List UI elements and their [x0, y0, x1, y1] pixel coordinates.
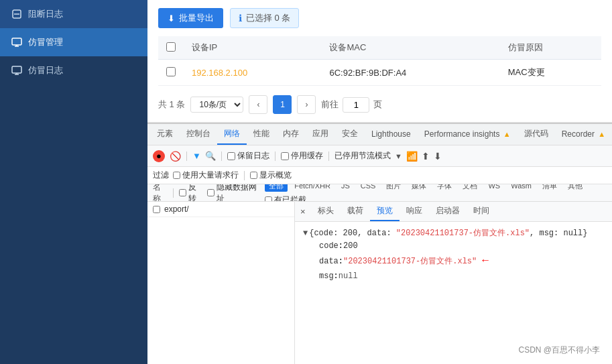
preserve-log-checkbox[interactable] — [227, 152, 235, 160]
per-page-select[interactable]: 10条/页 20条/页 50条/页 — [190, 97, 243, 113]
tab-application[interactable]: 应用 — [306, 124, 335, 145]
row-checkbox[interactable] — [166, 67, 176, 76]
total-count: 共 1 条 — [158, 99, 185, 111]
tab-console[interactable]: 控制台 — [180, 124, 217, 145]
reverse-label[interactable]: 反转 — [179, 184, 203, 202]
tag-img[interactable]: 图片 — [382, 184, 405, 192]
reverse-checkbox[interactable] — [179, 189, 186, 196]
tag-doc[interactable]: 文档 — [458, 184, 481, 192]
disable-cache-checkbox[interactable] — [281, 152, 289, 160]
tab-lighthouse[interactable]: Lighthouse — [365, 125, 418, 144]
blocked-checkbox[interactable] — [265, 196, 272, 202]
sep-name — [173, 188, 174, 198]
recorder-warning-icon: ▲ — [598, 130, 605, 138]
hide-data-url-label[interactable]: 隐藏数据网址 — [207, 184, 261, 202]
disable-cache-checkbox-label[interactable]: 停用缓存 — [281, 150, 323, 162]
filter-bar: 过滤 使用大量请求行 显示概览 — [147, 167, 612, 184]
throttle-label: 已停用节流模式 — [334, 150, 391, 162]
record-stop-button[interactable]: ● — [153, 150, 165, 162]
prev-page-button[interactable]: ‹ — [249, 95, 267, 114]
device-mac-cell: 6C:92:BF:9B:DF:A4 — [321, 60, 499, 86]
sidebar-item-spoof-log[interactable]: 仿冒日志 — [0, 56, 147, 84]
tag-media[interactable]: 媒体 — [408, 184, 430, 192]
resp-tab-preview[interactable]: 预览 — [370, 202, 400, 221]
request-list: export/ — [147, 202, 295, 364]
filter-sep — [244, 171, 245, 180]
sidebar-item-block-log[interactable]: 阻断日志 — [0, 0, 147, 28]
overview-checkbox[interactable] — [250, 172, 257, 179]
filter-icon[interactable]: ▼ — [192, 151, 201, 161]
tag-css[interactable]: CSS — [357, 184, 380, 190]
tag-other[interactable]: 其他 — [564, 184, 587, 192]
tag-ws[interactable]: WS — [484, 184, 504, 190]
red-arrow-icon: ← — [482, 253, 489, 270]
blocked-text: 有已拦截 — [274, 194, 306, 202]
sidebar-item-spoof-mgmt[interactable]: 仿冒管理 — [0, 28, 147, 56]
svg-rect-2 — [12, 38, 21, 45]
device-ip-link[interactable]: 192.168.2.100 — [192, 68, 247, 78]
tab-recorder[interactable]: Recorder ▲ — [555, 125, 612, 144]
tab-perf-insights[interactable]: Performance insights ▲ — [418, 125, 517, 144]
tag-font[interactable]: 字体 — [433, 184, 456, 192]
goto-label: 前往 — [321, 99, 339, 111]
resp-tab-timing[interactable]: 时间 — [467, 202, 496, 221]
clear-button[interactable]: 🚫 — [169, 150, 181, 162]
warning-icon: ▲ — [503, 130, 511, 138]
overview-text: 显示概览 — [259, 170, 292, 181]
blocked-label[interactable]: 有已拦截 — [265, 194, 306, 202]
watermark: CSDN @百思不得小李 — [515, 343, 603, 357]
tab-security[interactable]: 安全 — [335, 124, 365, 145]
expand-icon[interactable]: ▼ — [303, 227, 308, 240]
json-line-msg: msg : null — [303, 270, 604, 283]
tab-sources[interactable]: 源代码 — [517, 124, 555, 145]
devtools-body: export/ × 标头 载荷 预览 响应 启动器 时间 — [147, 202, 612, 364]
sidebar-item-block-log-label: 阻断日志 — [28, 8, 63, 20]
filter-label: 过滤 — [153, 170, 169, 181]
row-checkbox-cell — [158, 60, 184, 86]
th-checkbox — [158, 36, 184, 60]
info-icon: ℹ — [239, 13, 242, 23]
next-page-button[interactable]: › — [297, 95, 316, 114]
tab-network[interactable]: 网络 — [217, 124, 247, 145]
tag-manifest[interactable]: 清单 — [538, 184, 561, 192]
page-1-button[interactable]: 1 — [273, 95, 292, 114]
resp-tab-headers[interactable]: 标头 — [311, 202, 341, 221]
device-ip-cell: 192.168.2.100 — [184, 60, 321, 86]
throttle-dropdown[interactable]: ▼ — [395, 152, 402, 160]
name-header: 名称 — [153, 184, 168, 202]
preserve-log-checkbox-label[interactable]: 保留日志 — [227, 150, 269, 162]
resp-tab-response[interactable]: 响应 — [400, 202, 429, 221]
tab-performance[interactable]: 性能 — [247, 124, 276, 145]
tag-fetch[interactable]: Fetch/XHR — [290, 184, 334, 190]
resp-tab-payload[interactable]: 载荷 — [341, 202, 370, 221]
main-content: ⬇ 批量导出 ℹ 已选择 0 条 设备IP 设备MAC 仿冒原 — [147, 0, 612, 364]
hide-data-url-checkbox[interactable] — [207, 189, 215, 196]
page-unit-label: 页 — [373, 99, 382, 111]
th-spoof-reason: 仿冒原因 — [500, 36, 601, 60]
select-all-checkbox[interactable] — [166, 42, 176, 52]
response-panel: × 标头 载荷 预览 响应 启动器 时间 ▼ {code: 200, data:… — [295, 202, 612, 364]
search-icon[interactable]: 🔍 — [205, 151, 216, 161]
large-req-checkbox[interactable] — [173, 172, 180, 179]
close-panel-button[interactable]: × — [295, 204, 311, 219]
req-item-export[interactable]: export/ — [147, 202, 294, 217]
tag-wasm[interactable]: Wasm — [507, 184, 536, 190]
filter-tags-bar: 名称 反转 隐藏数据网址 全部 Fetch/XHR JS CSS 图片 媒体 — [147, 184, 612, 202]
th-device-mac: 设备MAC — [321, 36, 499, 60]
tag-all[interactable]: 全部 — [265, 184, 288, 192]
goto-page-input[interactable] — [343, 97, 369, 113]
tab-memory[interactable]: 内存 — [276, 124, 306, 145]
tab-elements[interactable]: 元素 — [150, 124, 180, 145]
resp-tab-initiator[interactable]: 启动器 — [429, 202, 467, 221]
tag-js[interactable]: JS — [337, 184, 354, 190]
overview-label[interactable]: 显示概览 — [250, 170, 292, 181]
large-req-label[interactable]: 使用大量请求行 — [173, 170, 239, 181]
separator4 — [328, 151, 329, 161]
watermark-text: CSDN @百思不得小李 — [518, 345, 600, 355]
devtools-toolbar: ● 🚫 ▼ 🔍 保留日志 停用缓存 已停用节流模式 ▼ 📶 — [147, 145, 612, 167]
upload-icon: ⬆ — [422, 151, 430, 162]
response-tabs: × 标头 载荷 预览 响应 启动器 时间 — [295, 202, 612, 222]
req-item-checkbox[interactable] — [153, 206, 160, 213]
batch-export-button[interactable]: ⬇ 批量导出 — [158, 8, 223, 28]
pagination-row: 共 1 条 10条/页 20条/页 50条/页 ‹ 1 › 前往 页 — [158, 95, 601, 114]
